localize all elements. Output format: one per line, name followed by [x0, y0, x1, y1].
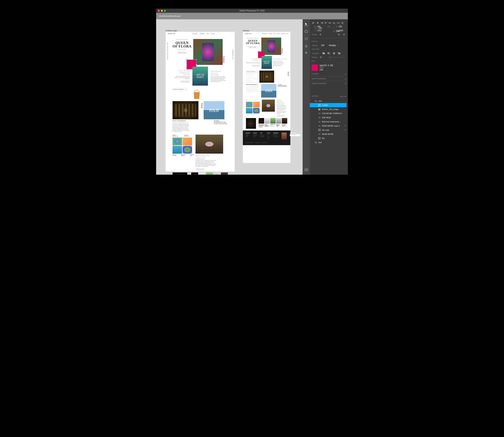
svg-rect-54 — [320, 137, 320, 138]
link-dimensions-icon[interactable] — [327, 25, 330, 28]
align-bottom-button[interactable] — [332, 21, 336, 24]
distribute-v-button[interactable] — [341, 21, 344, 24]
layer-read-more[interactable]: Aa READ MORE — [310, 132, 348, 136]
align-top-button[interactable] — [324, 21, 328, 24]
canvas-area[interactable]: Desktop Large VERMILION FASHION TRAVEL A… — [156, 19, 303, 175]
opacity-input[interactable]: 100 — [321, 44, 327, 47]
resize-handle-top-left[interactable] — [186, 59, 187, 60]
flip-h-icon[interactable] — [337, 33, 341, 36]
layer-count: 1 of 749 — [340, 95, 346, 98]
bag-image — [190, 88, 204, 100]
rectangle-tool[interactable] — [305, 30, 308, 33]
radius-input[interactable]: 0 — [320, 56, 324, 59]
close-window-button[interactable] — [158, 10, 160, 12]
shape-icon — [318, 129, 320, 131]
artboard-desktop-large[interactable]: VERMILION FASHION TRAVEL ART FOOD ⌕ THE … — [166, 32, 235, 171]
panels-toggle-icon[interactable] — [305, 168, 308, 171]
visibility-hidden-icon[interactable] — [344, 129, 346, 131]
maximize-window-button[interactable] — [164, 10, 166, 12]
pen-tool[interactable] — [305, 44, 308, 48]
svg-point-44 — [319, 109, 319, 109]
resize-handle-center-right[interactable] — [196, 64, 197, 65]
layer-emi-haze[interactable]: Aa EMI HAZE — [310, 115, 348, 119]
blend-mode-dropdown[interactable]: Multiply — [329, 44, 339, 47]
inner-shadows-section-label: INNER SHADOWS — [312, 83, 327, 85]
titlebar: Adobe Photoshop CC 2015 — [156, 9, 348, 13]
layer-btn[interactable]: btn — [310, 136, 348, 140]
align-left-button[interactable] — [312, 21, 315, 24]
x-input[interactable]: 1412 — [317, 29, 326, 32]
width-input[interactable]: 190 — [317, 25, 326, 28]
resize-handle-top-right[interactable] — [196, 59, 197, 60]
folder-icon — [315, 100, 317, 102]
layer-read-more-copy-3[interactable]: Aa READ MORE copy 3 — [310, 124, 348, 128]
artboard-desktop[interactable]: VERMILION FASHIONTRAVEL ARTFOOD CONTACT … — [243, 32, 290, 163]
svg-rect-5 — [313, 22, 314, 23]
text-icon: Aa — [318, 125, 320, 127]
shape-icon — [318, 104, 320, 106]
fill-color-swatch[interactable] — [312, 65, 318, 71]
flip-v-icon[interactable] — [342, 33, 346, 36]
add-inner-shadow-button[interactable]: ⊕ — [345, 83, 346, 85]
layer-bold-hair[interactable]: Aa Bold hair treatments… — [310, 119, 348, 124]
rotate-input[interactable]: 0 — [320, 33, 327, 36]
text-icon: Aa — [318, 121, 320, 122]
artboard-label-large[interactable]: Desktop Large — [166, 30, 177, 32]
layer-color-me-complex[interactable]: Aa COLOR ME COMPLEX — [310, 111, 348, 115]
svg-rect-11 — [321, 22, 323, 23]
svg-rect-12 — [322, 23, 323, 24]
text-tool[interactable] — [305, 51, 308, 55]
combine-union-icon[interactable] — [322, 52, 325, 55]
svg-rect-0 — [305, 30, 308, 32]
lake-image: R&R — [204, 101, 224, 119]
height-input[interactable]: 259 — [339, 25, 347, 28]
document-tab-bar: VermilionArtboards.psd· — [156, 13, 348, 19]
fill-section-label: FILL — [310, 59, 348, 63]
visibility-hidden-icon[interactable] — [344, 125, 346, 127]
layer-list: 1nd redfilter fashion_2nd_image Aa COLOR… — [310, 99, 348, 144]
add-drop-shadow-button[interactable]: ⊕ — [345, 78, 346, 80]
move-tool[interactable] — [305, 22, 308, 26]
artboard-label-desktop[interactable]: Desktop — [243, 30, 249, 32]
svg-rect-55 — [318, 139, 319, 139]
travel-video — [173, 101, 198, 119]
svg-rect-6 — [313, 23, 314, 24]
svg-rect-17 — [329, 22, 329, 24]
svg-point-1 — [305, 38, 308, 40]
layer-redfilter[interactable]: redfilter — [310, 103, 347, 107]
layer-fashion-2nd-image[interactable]: fashion_2nd_image — [310, 107, 348, 111]
resize-handle-top-center[interactable] — [191, 59, 192, 60]
resize-handle-bottom-left[interactable] — [186, 69, 187, 70]
svg-rect-31 — [329, 53, 330, 54]
drop-shadows-section-label: DROP SHADOWS — [312, 78, 326, 80]
resize-handle-center-left[interactable] — [186, 64, 187, 65]
subscribe-email-input: your email address — [290, 134, 300, 136]
align-right-button[interactable] — [320, 21, 324, 24]
distribute-h-button[interactable] — [337, 21, 340, 24]
app-window: Adobe Photoshop CC 2015 VermilionArtboar… — [156, 9, 348, 175]
resize-handle-bottom-center[interactable] — [191, 69, 192, 70]
layer-group-2nd[interactable]: 2nd — [310, 140, 348, 144]
svg-rect-50 — [320, 130, 320, 131]
svg-rect-42 — [320, 106, 320, 106]
svg-rect-49 — [318, 130, 319, 131]
combine-intersect-icon[interactable] — [332, 52, 336, 55]
radius-slider[interactable] — [329, 57, 344, 58]
style-section-label: STYLE — [310, 40, 348, 43]
y-input[interactable]: 1555 — [339, 29, 347, 32]
combine-subtract-icon[interactable] — [327, 52, 330, 55]
align-center-h-button[interactable] — [316, 21, 319, 24]
align-center-v-button[interactable] — [328, 21, 332, 24]
svg-rect-53 — [318, 137, 319, 138]
fill-color-value[interactable]: rgb(233, 0, 99) — [319, 64, 333, 67]
document-tab[interactable]: VermilionArtboards.psd· — [159, 15, 181, 17]
fill-alpha-input[interactable]: 100 — [319, 69, 333, 71]
ellipse-tool[interactable] — [305, 37, 308, 40]
brand-logo: VERMILION — [168, 33, 175, 34]
layer-group-1nd[interactable]: 1nd — [310, 99, 348, 103]
layer-btn-copy[interactable]: btn copy — [310, 128, 348, 132]
minimize-window-button[interactable] — [161, 10, 163, 12]
shape-icon — [318, 137, 320, 139]
combine-exclude-icon[interactable] — [338, 52, 341, 55]
add-stroke-button[interactable]: ⊕ — [345, 73, 346, 75]
